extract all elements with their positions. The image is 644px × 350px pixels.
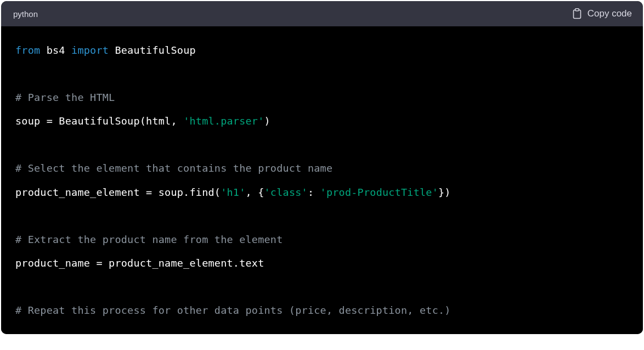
code-token: bs4 bbox=[40, 44, 71, 56]
code-token: import bbox=[71, 44, 109, 56]
code-block: python Copy code from bs4 import Beautif… bbox=[1, 1, 643, 334]
code-content: from bs4 import BeautifulSoup # Parse th… bbox=[15, 44, 451, 316]
code-token: BeautifulSoup bbox=[109, 44, 196, 56]
code-token: : bbox=[308, 187, 320, 198]
code-body: from bs4 import BeautifulSoup # Parse th… bbox=[1, 26, 643, 334]
clipboard-icon bbox=[572, 8, 582, 19]
svg-rect-1 bbox=[575, 9, 579, 11]
code-token: from bbox=[15, 44, 40, 56]
code-token: 'class' bbox=[264, 187, 308, 198]
code-token: }) bbox=[438, 187, 451, 198]
code-token: ) bbox=[264, 115, 270, 127]
code-token: 'prod-ProductTitle' bbox=[320, 187, 438, 198]
code-header: python Copy code bbox=[1, 1, 643, 26]
code-token: # Extract the product name from the elem… bbox=[15, 234, 283, 245]
code-token: product_name = product_name_element.text bbox=[15, 257, 264, 269]
code-token: soup = BeautifulSoup(html, bbox=[15, 115, 183, 127]
copy-code-button[interactable]: Copy code bbox=[572, 8, 632, 19]
language-label: python bbox=[13, 9, 38, 19]
code-token: 'html.parser' bbox=[183, 115, 264, 127]
code-token: # Parse the HTML bbox=[15, 92, 115, 103]
code-token: , { bbox=[246, 187, 264, 198]
code-token: 'h1' bbox=[221, 187, 245, 198]
code-token: # Repeat this process for other data poi… bbox=[15, 304, 451, 316]
code-token: # Select the element that contains the p… bbox=[15, 162, 332, 174]
code-token: product_name_element = soup.find( bbox=[15, 187, 221, 198]
copy-code-label: Copy code bbox=[587, 8, 632, 19]
